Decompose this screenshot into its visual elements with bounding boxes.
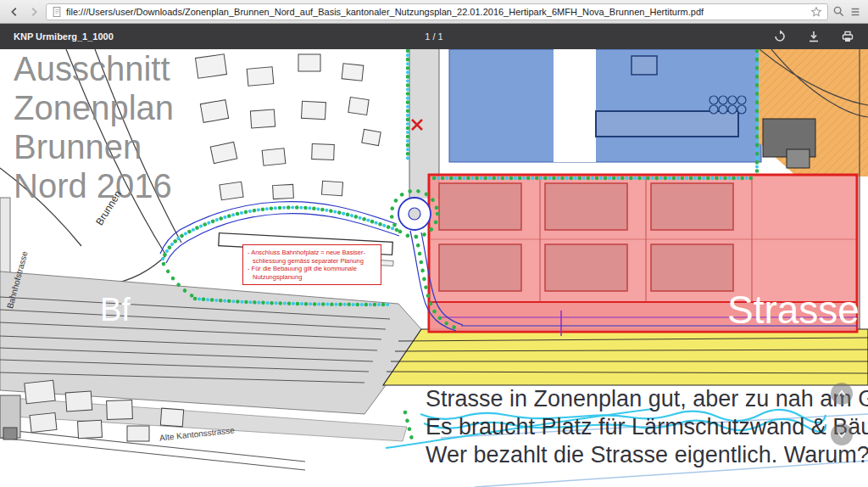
pdf-viewer-toolbar: KNP Urmiberg_1_1000 1 / 1 [0,24,868,49]
bottom-note: Strasse in Zonenplan gut, aber zu nah am… [426,385,868,469]
plan-edge-strip [0,198,10,283]
annotation-line: Nutzungsplanung [248,273,376,282]
map-title: Ausschnitt Zonenplan Brunnen Nord 2016 [14,49,174,205]
chevron-right-icon [28,6,40,18]
annotation-line: - Anschluss Bahnhofplatz = neue Basiser- [248,249,376,257]
download-icon[interactable] [807,30,821,43]
chevron-left-icon [8,6,20,18]
pdf-document-title: KNP Urmiberg_1_1000 [14,31,114,42]
map-title-line: Brunnen [14,127,174,166]
chevron-down-icon [837,429,847,439]
annotation-line: schliessung gemäss separater Planung [248,257,376,266]
scroll-up-button[interactable] [831,383,853,405]
forward-button[interactable] [26,4,42,20]
back-button[interactable] [7,4,22,20]
chevron-up-icon [837,389,847,399]
bottom-note-line: Es braucht Platz für Lärmschutzwand & Bä… [426,413,868,441]
map-title-line: Zonenplan [14,88,174,127]
road-label-strasse: Strasse [727,287,860,333]
address-bar[interactable]: file:///Users/user/Downloads/Zonenplan_B… [46,3,828,20]
bottom-note-line: Strasse in Zonenplan gut, aber zu nah am… [426,385,868,413]
document-icon [52,6,62,18]
station-label-bf: Bf [100,292,131,328]
search-icon[interactable] [832,5,845,18]
scroll-down-button[interactable] [831,423,853,445]
menu-icon[interactable] [849,6,861,18]
pdf-page-zoning-map: Ausschnitt Zonenplan Brunnen Nord 2016 B… [0,49,868,487]
map-title-line: Nord 2016 [14,166,174,205]
print-icon[interactable] [841,30,854,43]
zone-orange [759,49,868,176]
page-indicator: 1 / 1 [425,31,442,42]
url-text: file:///Users/user/Downloads/Zonenplan_B… [66,7,806,17]
annotation-line: - Für die Bebauung gilt die kommunale [248,265,376,273]
map-title-line: Ausschnitt [14,49,174,88]
bookmark-star-icon[interactable] [810,6,822,18]
bottom-note-line: Wer bezahlt die Strasse eigentlich. Waru… [426,441,868,469]
browser-toolbar: file:///Users/user/Downloads/Zonenplan_B… [0,0,868,24]
rail-corridor [383,329,868,385]
zone-blue [449,49,761,162]
annotation-box: - Anschluss Bahnhofplatz = neue Basiser-… [242,244,381,285]
rotate-icon[interactable] [773,30,787,43]
